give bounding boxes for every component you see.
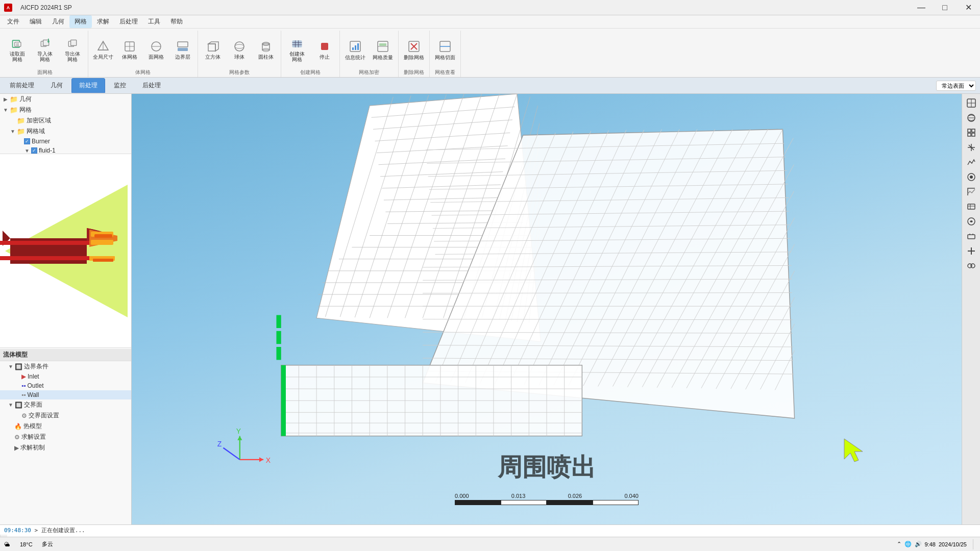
- tab-monitor[interactable]: 监控: [106, 78, 134, 93]
- sidebar-icon-1[interactable]: [964, 96, 979, 110]
- maximize-button[interactable]: □: [933, 0, 957, 15]
- menu-file[interactable]: 文件: [2, 15, 24, 28]
- tab-geometry[interactable]: 几何: [43, 78, 70, 93]
- mesh-cut-button[interactable]: 网格切面: [432, 36, 458, 64]
- toggle-mesh[interactable]: ▼: [2, 107, 9, 114]
- body-mesh-button[interactable]: 体网格: [117, 36, 142, 64]
- svg-rect-28: [292, 40, 302, 47]
- tree-solver-settings[interactable]: ⚙ 求解设置: [0, 432, 131, 442]
- cube-button[interactable]: 立方体: [200, 36, 226, 64]
- toggle-mesh-domain[interactable]: ▼: [9, 128, 16, 135]
- delete-mesh-button[interactable]: 删除网格: [401, 36, 427, 64]
- interface-label: 交界面: [24, 400, 42, 409]
- ribbon-group-face-mesh: 读取面网格 导入体网格 导出体网格 面网格: [2, 31, 88, 77]
- tab-preprocess[interactable]: 前处理: [71, 78, 105, 93]
- mesh-bottom: [281, 365, 582, 436]
- statusbar: 🌥 18°C 多云 ⌃ 🌐 🔊 9:48 2024/10/25: [0, 537, 980, 551]
- sidebar-icon-2[interactable]: [964, 111, 979, 125]
- surface-dropdown[interactable]: 常边表面: [936, 81, 976, 91]
- tree-inlet[interactable]: ▶ Inlet: [0, 372, 131, 381]
- sidebar-icon-12[interactable]: [964, 259, 979, 273]
- tree-boundary-cond[interactable]: ▼ 🔲 边界条件: [0, 361, 131, 372]
- tree-solver-init[interactable]: ▶ 求解初制: [0, 442, 131, 453]
- svg-point-190: [971, 264, 975, 268]
- menu-tools[interactable]: 工具: [143, 15, 165, 28]
- interface-settings-icon: ⚙: [21, 412, 27, 419]
- read-face-mesh-button[interactable]: 读取面网格: [4, 36, 31, 64]
- scale-val-0: 0.000: [455, 493, 469, 499]
- folder-icon-refine: 📁: [17, 117, 25, 124]
- sidebar-icon-10[interactable]: [964, 229, 979, 243]
- sphere-button[interactable]: 球体: [227, 36, 252, 64]
- boundary-button[interactable]: 边界层: [170, 36, 195, 64]
- show-desktop[interactable]: [973, 539, 976, 549]
- export-body-mesh-button[interactable]: 导出体网格: [59, 36, 86, 64]
- info-stats-button[interactable]: 信息统计: [342, 36, 369, 64]
- create-body-mesh-button[interactable]: 创建体网格: [283, 36, 311, 64]
- wall-label: Wall: [28, 391, 39, 398]
- svg-rect-184: [968, 235, 975, 239]
- inlet-icon: ▶: [21, 373, 26, 380]
- tree-item-burner[interactable]: ✓ Burner: [0, 137, 131, 146]
- app-icon: A: [4, 4, 12, 12]
- right-sidebar: [962, 94, 980, 524]
- sidebar-icon-7[interactable]: [964, 185, 979, 199]
- import-body-mesh-button[interactable]: 导入体网格: [32, 36, 58, 64]
- sidebar-icon-5[interactable]: [964, 155, 979, 169]
- tree-item-geometry[interactable]: ▶ 📁 几何: [0, 94, 131, 105]
- toggle-geometry[interactable]: ▶: [2, 96, 9, 103]
- green-markers: [276, 315, 281, 360]
- tree-item-mesh[interactable]: ▼ 📁 网格: [0, 105, 131, 115]
- stop-button[interactable]: 停止: [312, 36, 337, 64]
- tree-interface-settings[interactable]: ⚙ 交界面设置: [0, 410, 131, 421]
- sidebar-icon-3[interactable]: [964, 126, 979, 140]
- minimize-button[interactable]: —: [910, 0, 933, 15]
- menu-solve[interactable]: 求解: [92, 15, 114, 28]
- date-display: 2024/10/25: [939, 541, 967, 547]
- tree-wall[interactable]: ▪▪ Wall: [0, 390, 131, 399]
- solver-init-label: 求解初制: [20, 443, 45, 452]
- burner-preview: [0, 154, 131, 348]
- folder-icon: 📁: [10, 95, 18, 103]
- tree-interface[interactable]: ▼ 🔲 交界面: [0, 399, 131, 410]
- menu-geometry[interactable]: 几何: [47, 15, 69, 28]
- ribbon-group-mesh-refine: 信息统计 网格质量 网格加密: [340, 31, 399, 77]
- sidebar-icon-11[interactable]: [964, 244, 979, 258]
- svg-line-161: [223, 448, 239, 460]
- statusbar-right: ⌃ 🌐 🔊 9:48 2024/10/25: [897, 539, 976, 549]
- menu-help[interactable]: 帮助: [165, 15, 188, 28]
- tree-item-fluid1[interactable]: ▼ ✓ fluid-1: [0, 146, 131, 154]
- toggle-refine[interactable]: [9, 117, 16, 124]
- checkbox-fluid1[interactable]: ✓: [31, 147, 37, 154]
- close-button[interactable]: ✕: [957, 0, 980, 15]
- checkbox-burner[interactable]: ✓: [24, 138, 30, 144]
- sidebar-icon-4[interactable]: [964, 140, 979, 155]
- sidebar-icon-6[interactable]: [964, 170, 979, 184]
- menu-edit[interactable]: 编辑: [24, 15, 47, 28]
- svg-rect-156: [276, 347, 281, 360]
- svg-marker-160: [237, 436, 242, 440]
- svg-rect-153: [281, 365, 286, 436]
- sidebar-icon-8[interactable]: [964, 199, 979, 214]
- global-size-button[interactable]: 全局尺寸: [90, 36, 116, 64]
- outlet-icon: ▪▪: [21, 382, 26, 389]
- menu-mesh[interactable]: 网格: [69, 15, 92, 28]
- menu-post[interactable]: 后处理: [114, 15, 143, 28]
- tree-outlet[interactable]: ▪▪ Outlet: [0, 381, 131, 390]
- tab-postprocess[interactable]: 后处理: [135, 78, 168, 93]
- sidebar-icon-9[interactable]: [964, 214, 979, 229]
- titlebar: A AICFD 2024R1 SP — □ ✕: [0, 0, 980, 15]
- tree-item-refine[interactable]: 📁 加密区域: [0, 115, 131, 126]
- expand-tray[interactable]: ⌃: [897, 541, 901, 547]
- cylinder-button[interactable]: 圆柱体: [253, 36, 279, 64]
- tree-heat-model[interactable]: 🔥 热模型: [0, 421, 131, 432]
- heat-model-label: 热模型: [23, 422, 42, 431]
- mesh-quality-button[interactable]: 网格质量: [370, 36, 396, 64]
- mesh-label: 网格: [19, 106, 32, 114]
- svg-rect-18: [178, 48, 188, 51]
- face-mesh-button[interactable]: 面网格: [143, 36, 169, 64]
- tree-item-mesh-domain[interactable]: ▼ 📁 网格域: [0, 126, 131, 137]
- solver-settings-label: 求解设置: [21, 433, 46, 441]
- ribbon-group-mesh-params: 立方体 球体 圆柱体 网格参数: [198, 31, 281, 77]
- tab-prepreprocess[interactable]: 前前处理: [2, 78, 42, 93]
